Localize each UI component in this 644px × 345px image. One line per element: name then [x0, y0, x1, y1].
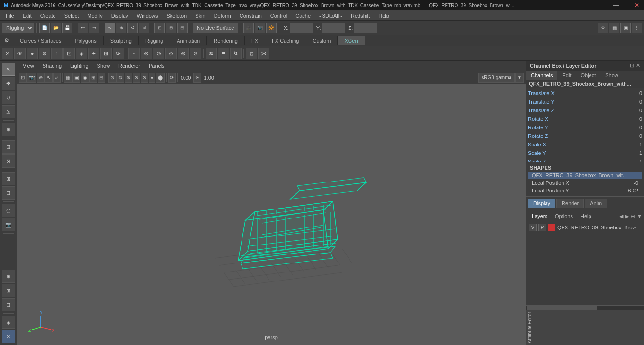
shapes-object[interactable]: QFX_RETRO_39_Shoebox_Brown_wit... [528, 172, 642, 179]
show-tab[interactable]: Show [600, 71, 623, 80]
new-scene-button[interactable]: 📄 [39, 23, 50, 33]
vp-menu-panels[interactable]: Panels [145, 62, 169, 70]
vp-btn9[interactable]: ⊞ [89, 73, 97, 83]
menu-file[interactable]: File [2, 12, 18, 19]
xgen-icon4[interactable]: ⊕ [39, 48, 50, 59]
render-btn2[interactable]: 📷 [255, 23, 265, 33]
menu-deform[interactable]: Deform [210, 12, 235, 19]
y-input[interactable] [322, 23, 345, 33]
bottom-left-btn1[interactable]: ⊕ [2, 270, 15, 283]
xray-btn[interactable]: ◌ [2, 204, 15, 217]
layout-btn1[interactable]: ▦ [609, 23, 619, 33]
z-input[interactable] [354, 23, 377, 33]
vp-btn12[interactable]: ⊚ [116, 73, 124, 83]
xgen-icon17[interactable]: ≋ [206, 48, 217, 59]
tab-fx-caching[interactable]: FX Caching [265, 36, 306, 45]
layout-btn2[interactable]: ▣ [620, 23, 631, 33]
snap-tool[interactable]: ⊞ [2, 172, 15, 185]
xgen-icon10[interactable]: ⟳ [113, 48, 124, 59]
open-button[interactable]: 📂 [51, 23, 61, 33]
tab-polygons[interactable]: Polygons [68, 36, 103, 45]
vp-menu-shading[interactable]: Shading [39, 62, 65, 70]
vp-btn5[interactable]: ↙ [53, 73, 61, 83]
paint-tool[interactable]: ⊠ [2, 154, 15, 168]
layer-arrow-icon[interactable]: ▼ [637, 213, 642, 219]
options-tab[interactable]: Options [551, 212, 577, 220]
xgen-icon13[interactable]: ⊘ [153, 48, 164, 59]
xgen-icon3[interactable]: ● [27, 48, 38, 59]
menu-edit[interactable]: Edit [19, 12, 36, 19]
titlebar-controls[interactable]: — □ ✕ [613, 2, 640, 9]
xgen-icon12[interactable]: ⊗ [141, 48, 152, 59]
xgen-icon11[interactable]: ⌂ [128, 48, 140, 59]
vp-btn10[interactable]: ⊟ [98, 73, 105, 83]
snap-btn2[interactable]: ⊞ [166, 23, 176, 33]
xgen-icon20[interactable]: ⧖ [246, 48, 257, 59]
vp-gamma-dropdown[interactable]: sRGB gamma [478, 73, 515, 83]
tab-settings-icon[interactable]: ⚙ [0, 35, 13, 46]
vp-btn16[interactable]: ● [149, 73, 155, 83]
save-button[interactable]: 💾 [62, 23, 72, 33]
menu-constrain[interactable]: Constrain [236, 12, 266, 19]
xgen-logo[interactable]: ✕ [2, 330, 15, 343]
xgen-icon1[interactable]: ✕ [2, 48, 13, 59]
no-live-surface-button[interactable]: No Live Surface [193, 23, 238, 33]
xgen-icon16[interactable]: ⊚ [190, 48, 201, 59]
select-button[interactable]: ↖ [105, 23, 115, 33]
anim-tab[interactable]: Anim [585, 199, 607, 208]
vp-btn15[interactable]: ⊘ [141, 73, 148, 83]
vp-btn7[interactable]: ▣ [72, 73, 80, 83]
menu-cache[interactable]: Cache [292, 12, 314, 19]
object-tab[interactable]: Object [576, 71, 600, 80]
render-btn3[interactable]: 🔆 [266, 23, 277, 33]
undo-button[interactable]: ↩ [78, 23, 88, 33]
layer-p-toggle[interactable]: P [538, 224, 546, 231]
menu-select[interactable]: Select [61, 12, 83, 19]
xgen-icon8[interactable]: ✦ [88, 48, 99, 59]
redo-button[interactable]: ↪ [89, 23, 99, 33]
rotate-button[interactable]: ↺ [127, 23, 138, 33]
snap-btn3[interactable]: ⊟ [177, 23, 188, 33]
render-btn1[interactable]: 🎥 [243, 23, 254, 33]
bottom-left-btn3[interactable]: ⊟ [2, 298, 15, 311]
layer-add-icon[interactable]: ⊕ [631, 213, 635, 219]
transform-button[interactable]: ⊕ [116, 23, 126, 33]
menu-3dtoall[interactable]: - 3DtoAll - [315, 12, 346, 19]
layer-color-swatch[interactable] [548, 224, 555, 231]
snap-btn1[interactable]: ⊡ [154, 23, 165, 33]
xgen-icon14[interactable]: ⊙ [165, 48, 177, 59]
menu-skin[interactable]: Skin [191, 12, 209, 19]
close-button[interactable]: ✕ [634, 2, 640, 9]
xgen-icon2[interactable]: 👁 [14, 48, 26, 59]
layer-v-toggle[interactable]: V [529, 224, 537, 231]
rotate-tool[interactable]: ↺ [2, 91, 15, 104]
maximize-button[interactable]: □ [623, 2, 630, 9]
xgen-icon9[interactable]: ⊞ [100, 48, 112, 59]
bottom-left-btn4[interactable]: ◈ [2, 316, 15, 329]
menu-modify[interactable]: Modify [83, 12, 106, 19]
viewport-canvas[interactable]: Y X Z persp [17, 84, 526, 345]
tab-sculpting[interactable]: Sculpting [104, 36, 139, 45]
render-tab[interactable]: Render [556, 199, 584, 208]
scale-tool[interactable]: ⇲ [2, 105, 15, 118]
xgen-icon6[interactable]: ⊡ [63, 48, 75, 59]
select-tool[interactable]: ↖ [2, 63, 15, 76]
menu-skeleton[interactable]: Skeleton [162, 12, 190, 19]
soft-select[interactable]: ⊕ [2, 123, 15, 136]
vp-btn17[interactable]: ⬤ [156, 73, 165, 83]
tab-fx[interactable]: FX [245, 36, 265, 45]
vp-menu-show[interactable]: Show [93, 62, 114, 70]
menu-windows[interactable]: Windows [133, 12, 162, 19]
channel-box-vtab[interactable]: Attribute Editor [526, 310, 644, 345]
xgen-icon7[interactable]: ◈ [76, 48, 87, 59]
vp-btn1[interactable]: ⊡ [19, 73, 27, 83]
measure-tool[interactable]: ⊟ [2, 186, 15, 200]
menu-help[interactable]: Help [375, 12, 393, 19]
help-tab[interactable]: Help [577, 212, 595, 220]
vp-brightness-icon[interactable]: ☀ [193, 73, 201, 83]
vp-btn6[interactable]: ▦ [64, 73, 72, 83]
xgen-icon15[interactable]: ⊛ [178, 48, 189, 59]
scrollbar-thumb[interactable] [527, 306, 597, 310]
layout-btn3[interactable]: ⋮ [632, 23, 642, 33]
minimize-button[interactable]: — [613, 2, 619, 9]
